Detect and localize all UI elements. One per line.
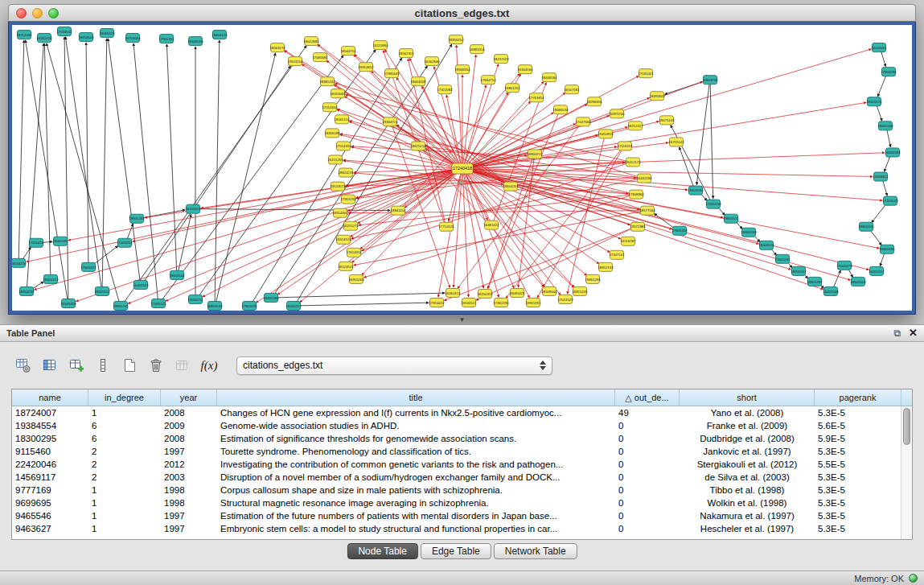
graph-node[interactable]: 16462412 bbox=[445, 288, 461, 297]
graph-node[interactable]: 16091425 bbox=[509, 288, 525, 297]
graph-node[interactable]: 16105458 bbox=[60, 299, 76, 307]
graph-node[interactable]: 19086530 bbox=[552, 105, 569, 114]
column-header-out-de-[interactable]: △ out_de... bbox=[615, 389, 680, 406]
graph-node[interactable]: 18554302 bbox=[332, 208, 348, 217]
graph-node[interactable]: 18063276 bbox=[269, 43, 285, 52]
graph-node[interactable]: 16481422 bbox=[483, 220, 499, 229]
graph-node[interactable]: 16223894 bbox=[372, 41, 388, 50]
graph-node[interactable]: 16973740 bbox=[609, 109, 625, 118]
graph-node[interactable]: 19405595 bbox=[879, 245, 895, 253]
graph-node[interactable]: 19324570 bbox=[335, 235, 351, 244]
graph-node[interactable]: 19914852 bbox=[358, 63, 374, 72]
graph-node[interactable]: 16983314 bbox=[469, 45, 485, 54]
graph-node[interactable]: 16344560 bbox=[517, 65, 533, 74]
scrollbar-thumb[interactable] bbox=[903, 408, 910, 445]
graph-node[interactable]: 16755084 bbox=[125, 34, 141, 43]
graph-node[interactable]: 18509044 bbox=[541, 286, 557, 295]
graph-node[interactable]: 19861251 bbox=[504, 84, 520, 93]
graph-node[interactable]: 19664208 bbox=[410, 77, 426, 86]
graph-node[interactable]: 16341028 bbox=[36, 34, 52, 43]
graph-node[interactable]: 19005238 bbox=[877, 122, 893, 130]
graph-node[interactable]: 17405254 bbox=[117, 238, 133, 247]
close-window-button[interactable] bbox=[16, 8, 27, 19]
graph-node[interactable]: 19456125 bbox=[211, 31, 228, 39]
graph-node[interactable]: 18605559 bbox=[850, 277, 866, 286]
table-mode-icon[interactable] bbox=[13, 355, 34, 376]
graph-node[interactable]: 19405209 bbox=[741, 228, 757, 237]
graph-node[interactable]: 17805296 bbox=[881, 68, 897, 76]
graph-node[interactable]: 19344724 bbox=[382, 117, 398, 126]
graph-node[interactable]: 17954422 bbox=[429, 298, 445, 307]
graph-node[interactable]: 17024529 bbox=[557, 295, 573, 303]
table-row[interactable]: 1938455462009Genome-wide association stu… bbox=[12, 419, 901, 432]
graph-node[interactable]: 17554300 bbox=[322, 103, 338, 112]
graph-node[interactable]: 16605594 bbox=[688, 186, 704, 195]
graph-node[interactable]: 19450910 bbox=[598, 130, 614, 138]
graph-node[interactable]: 16405548 bbox=[823, 286, 839, 295]
graph-node[interactable]: 18805515 bbox=[723, 214, 739, 223]
function-builder-icon[interactable]: f(x) bbox=[199, 355, 220, 376]
graph-node[interactable]: 18346560 bbox=[187, 37, 203, 46]
import-table-icon[interactable] bbox=[172, 355, 193, 376]
graph-node[interactable]: 19205251 bbox=[187, 295, 203, 303]
graph-node[interactable]: 17362196 bbox=[493, 298, 509, 307]
graph-node[interactable]: 17047694 bbox=[575, 117, 591, 126]
graph-node[interactable]: 16815245 bbox=[572, 286, 588, 295]
graph-node[interactable]: 18124522 bbox=[338, 262, 354, 270]
table-row[interactable]: 2242004622012Investigating the contribut… bbox=[12, 458, 901, 471]
graph-node[interactable]: 17005273 bbox=[836, 261, 852, 270]
graph-node[interactable]: 17207141 bbox=[609, 250, 625, 259]
graph-node[interactable]: 18252227 bbox=[627, 122, 643, 130]
table-row[interactable]: 911546021997Tourette syndrome. Phenomeno… bbox=[12, 445, 901, 458]
graph-node[interactable]: 19948354 bbox=[454, 65, 470, 74]
graph-node[interactable]: 19544521 bbox=[461, 298, 477, 307]
graph-node[interactable]: 16516587 bbox=[620, 237, 636, 245]
graph-node[interactable]: 19644205 bbox=[503, 182, 519, 191]
show-columns-icon[interactable] bbox=[39, 355, 60, 376]
graph-node[interactable]: 15958112 bbox=[873, 172, 889, 181]
graph-node[interactable]: 18712045 bbox=[16, 31, 32, 39]
graph-node[interactable]: 18805526 bbox=[858, 222, 874, 231]
fit-column-icon[interactable] bbox=[92, 355, 113, 376]
graph-node[interactable]: 19843794 bbox=[702, 76, 718, 84]
graph-node[interactable]: 16534210 bbox=[12, 258, 27, 267]
close-panel-icon[interactable]: ✕ bbox=[909, 328, 918, 338]
graph-node[interactable]: 17605328 bbox=[671, 226, 688, 235]
graph-node[interactable]: 17995443 bbox=[384, 69, 400, 78]
graph-node[interactable]: 19412175 bbox=[625, 158, 641, 167]
graph-node[interactable]: 17085681 bbox=[312, 53, 328, 62]
graph-node[interactable]: 17605312 bbox=[80, 262, 97, 271]
column-header-title[interactable]: title bbox=[217, 389, 615, 406]
graph-node[interactable]: 17761854 bbox=[528, 93, 544, 102]
graph-node[interactable]: 18495843 bbox=[649, 92, 665, 101]
graph-node[interactable]: 18237029 bbox=[493, 55, 509, 64]
column-header-short[interactable]: short bbox=[680, 389, 815, 406]
graph-node[interactable]: 19805205 bbox=[113, 301, 129, 310]
graph-node[interactable]: 17240418 bbox=[452, 163, 473, 174]
graph-node[interactable]: 17554310 bbox=[335, 142, 351, 150]
graph-node[interactable]: 19101114 bbox=[288, 57, 303, 66]
graph-node[interactable]: 16155265 bbox=[327, 155, 343, 164]
graph-node[interactable]: 18446584 bbox=[541, 73, 557, 82]
graph-node[interactable]: 16255273 bbox=[343, 221, 359, 230]
table-row[interactable]: 1872400712008Changes of HCN gene express… bbox=[12, 406, 901, 419]
graph-node[interactable]: 16205572 bbox=[185, 204, 201, 213]
graph-node[interactable]: 19915261 bbox=[525, 298, 541, 307]
graph-node[interactable]: 16605583 bbox=[885, 148, 901, 157]
graph-node[interactable]: 19005227 bbox=[285, 301, 302, 310]
tab-edge-table[interactable]: Edge Table bbox=[421, 543, 491, 559]
graph-node[interactable]: 18605542 bbox=[169, 270, 185, 279]
graph-node[interactable]: 18205537 bbox=[791, 266, 807, 275]
graph-node[interactable]: 18296650 bbox=[586, 97, 602, 106]
graph-node[interactable]: 16022685 bbox=[303, 37, 319, 46]
create-column-icon[interactable] bbox=[66, 355, 87, 376]
table-row[interactable]: 946362711997Embryonic stem cells: a mode… bbox=[12, 522, 901, 535]
new-table-icon[interactable] bbox=[119, 355, 140, 376]
graph-node[interactable]: 16005526 bbox=[758, 241, 774, 249]
tab-node-table[interactable]: Node Table bbox=[347, 543, 418, 559]
graph-node[interactable]: 16405523 bbox=[133, 280, 149, 289]
graph-node[interactable]: 19305212 bbox=[43, 274, 59, 283]
table-selector[interactable]: citations_edges.txt bbox=[236, 356, 552, 375]
float-panel-icon[interactable]: ⧉ bbox=[894, 328, 901, 338]
graph-node[interactable]: 16005517 bbox=[869, 266, 885, 275]
